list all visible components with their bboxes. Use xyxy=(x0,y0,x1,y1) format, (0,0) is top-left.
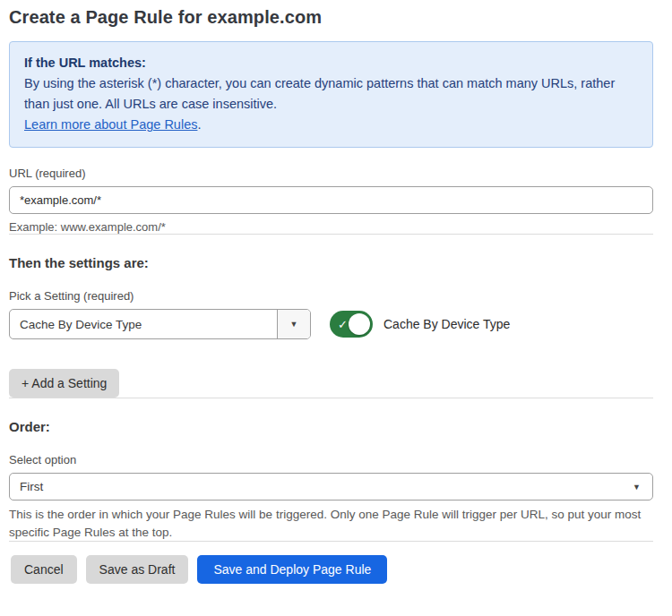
url-example-text: Example: www.example.com/* xyxy=(9,220,653,234)
cache-by-device-type-toggle[interactable]: ✓ xyxy=(330,311,373,338)
order-section-heading: Order: xyxy=(9,419,653,434)
setting-select-arrow-button[interactable]: ▼ xyxy=(277,310,310,338)
url-field-label: URL (required) xyxy=(9,167,653,180)
info-callout-heading: If the URL matches: xyxy=(24,53,638,73)
toggle-label: Cache By Device Type xyxy=(383,317,510,331)
link-suffix: . xyxy=(197,117,201,132)
info-callout-link-line: Learn more about Page Rules. xyxy=(24,115,638,135)
divider xyxy=(9,234,653,235)
order-select-label: Select option xyxy=(9,453,653,466)
page-title: Create a Page Rule for example.com xyxy=(9,7,653,28)
setting-picker-label: Pick a Setting (required) xyxy=(9,289,653,303)
setting-select-value: Cache By Device Type xyxy=(10,310,277,338)
order-select[interactable]: First ▼ xyxy=(9,473,653,500)
save-and-deploy-button[interactable]: Save and Deploy Page Rule xyxy=(197,555,387,584)
chevron-down-icon: ▼ xyxy=(290,320,298,329)
url-input[interactable] xyxy=(9,186,653,214)
save-as-draft-button[interactable]: Save as Draft xyxy=(86,555,189,584)
divider xyxy=(9,398,653,398)
url-match-info-callout: If the URL matches: By using the asteris… xyxy=(9,41,653,148)
setting-select[interactable]: Cache By Device Type ▼ xyxy=(9,309,311,339)
learn-more-link[interactable]: Learn more about Page Rules xyxy=(24,117,197,132)
cancel-button[interactable]: Cancel xyxy=(11,555,77,584)
order-help-text: This is the order in which your Page Rul… xyxy=(9,506,653,541)
info-callout-body: By using the asterisk (*) character, you… xyxy=(24,73,638,115)
add-setting-button[interactable]: + Add a Setting xyxy=(9,369,119,398)
order-select-value: First xyxy=(20,480,43,493)
divider xyxy=(9,541,653,542)
footer-actions: Cancel Save as Draft Save and Deploy Pag… xyxy=(9,555,653,584)
toggle-knob xyxy=(349,313,370,335)
check-icon: ✓ xyxy=(338,319,348,330)
create-page-rule-form: Create a Page Rule for example.com If th… xyxy=(0,0,672,584)
chevron-down-icon: ▼ xyxy=(633,483,641,492)
settings-section-heading: Then the settings are: xyxy=(9,255,653,270)
setting-row: Cache By Device Type ▼ ✓ Cache By Device… xyxy=(9,309,653,339)
